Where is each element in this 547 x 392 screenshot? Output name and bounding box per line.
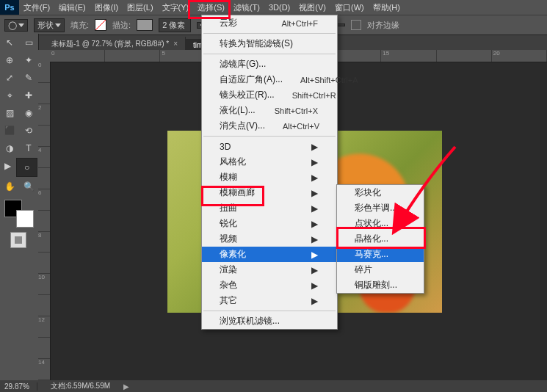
filter-video[interactable]: 视频▶ bbox=[202, 231, 337, 247]
menu-image[interactable]: 图像(I) bbox=[90, 0, 123, 15]
filter-blur[interactable]: 模糊▶ bbox=[202, 170, 337, 185]
tab-untitled[interactable]: 未标题-1 @ 72.7% (背景, RGB/8#) *× bbox=[44, 37, 186, 51]
tool-dodge[interactable]: ◑ bbox=[1, 140, 18, 156]
status-bar: 29.87% 文档:6.59M/6.59M ▶ bbox=[0, 380, 547, 392]
ruler-corner bbox=[38, 50, 51, 62]
pixelate-submenu: 彩块化 彩色半调... 点状化... 晶格化... 马赛克... 碎片 铜版雕刻… bbox=[336, 184, 424, 294]
filter-sharpen[interactable]: 锐化▶ bbox=[202, 216, 337, 231]
stroke-width[interactable]: 2 像素 bbox=[159, 18, 191, 32]
menu-window[interactable]: 窗口(W) bbox=[330, 0, 369, 15]
align-edges-label: 对齐边缘 bbox=[367, 20, 399, 31]
filter-3d[interactable]: 3D▶ bbox=[202, 139, 337, 154]
filter-lens-correction[interactable]: 镜头校正(R)...Shift+Ctrl+R bbox=[202, 87, 337, 103]
menu-layer[interactable]: 图层(L) bbox=[123, 0, 157, 15]
shape-mode[interactable]: 形状 bbox=[34, 18, 65, 32]
tool-heal[interactable]: ⌖ bbox=[1, 87, 18, 104]
filter-vanishing-point[interactable]: 消失点(V)...Alt+Ctrl+V bbox=[202, 118, 337, 134]
filter-browse-online[interactable]: 浏览联机滤镜... bbox=[202, 313, 337, 329]
stroke-label: 描边: bbox=[112, 20, 131, 31]
pixelate-pointillize[interactable]: 点状化... bbox=[337, 216, 424, 231]
doc-size: 文档:6.59M/6.59M bbox=[51, 381, 110, 391]
menu-filter[interactable]: 滤镜(T) bbox=[229, 0, 264, 15]
filter-gallery[interactable]: 滤镜库(G)... bbox=[202, 57, 337, 72]
tool-brush[interactable]: ✚ bbox=[20, 87, 37, 104]
ruler-vertical: 02468101214 bbox=[38, 62, 51, 380]
quick-mask-icon[interactable] bbox=[10, 232, 26, 248]
menu-file[interactable]: 文件(F) bbox=[19, 0, 54, 15]
menu-help[interactable]: 帮助(H) bbox=[369, 0, 405, 15]
tool-crop[interactable]: ⤢ bbox=[1, 70, 18, 86]
stroke-swatch[interactable] bbox=[137, 19, 153, 31]
background-color[interactable] bbox=[16, 210, 34, 228]
tool-path[interactable]: ▶ bbox=[1, 158, 15, 174]
filter-liquify[interactable]: 液化(L)...Shift+Ctrl+X bbox=[202, 103, 337, 118]
filter-blur-gallery[interactable]: 模糊画廊▶ bbox=[202, 185, 337, 200]
filter-menu: 云彩Alt+Ctrl+F 转换为智能滤镜(S) 滤镜库(G)... 自适应广角(… bbox=[201, 15, 338, 330]
filter-adaptive-wide[interactable]: 自适应广角(A)...Alt+Shift+Ctrl+A bbox=[202, 72, 337, 87]
tool-type[interactable]: T bbox=[20, 140, 37, 156]
menu-3d[interactable]: 3D(D) bbox=[264, 0, 294, 15]
tool-lasso[interactable]: ⊕ bbox=[1, 52, 18, 68]
pixelate-mezzotint[interactable]: 铜版雕刻... bbox=[337, 277, 424, 293]
menu-type[interactable]: 文字(Y) bbox=[158, 0, 194, 15]
tool-stamp[interactable]: ▨ bbox=[1, 105, 18, 121]
filter-stylize[interactable]: 风格化▶ bbox=[202, 154, 337, 170]
tool-wand[interactable]: ✦ bbox=[20, 52, 37, 68]
filter-render[interactable]: 渲染▶ bbox=[202, 262, 337, 277]
pixelate-facet[interactable]: 彩块化 bbox=[337, 185, 424, 200]
filter-pixelate[interactable]: 像素化▶ bbox=[202, 247, 337, 262]
menubar: Ps 文件(F) 编辑(E) 图像(I) 图层(L) 文字(Y) 选择(S) 滤… bbox=[0, 0, 547, 15]
pixelate-fragment[interactable]: 碎片 bbox=[337, 262, 424, 277]
tool-gradient[interactable]: ⟲ bbox=[20, 123, 37, 139]
menu-select[interactable]: 选择(S) bbox=[193, 0, 229, 15]
tool-eraser[interactable]: ⬛ bbox=[1, 123, 18, 139]
photoshop-window: { "menubar": { "items": ["文件(F)","编辑(E)"… bbox=[0, 0, 547, 392]
filter-convert-smart[interactable]: 转换为智能滤镜(S) bbox=[202, 36, 337, 51]
ps-logo: Ps bbox=[0, 0, 19, 15]
fill-label: 填充: bbox=[70, 20, 89, 31]
color-swatches bbox=[4, 200, 34, 228]
menu-view[interactable]: 视图(V) bbox=[294, 0, 330, 15]
toolbox: ↖▭ ⊕✦ ⤢✎ ⌖✚ ▨◉ ⬛⟲ ◑T ▶○ ✋🔍 bbox=[0, 34, 39, 392]
tool-move[interactable]: ↖ bbox=[1, 35, 18, 51]
filter-noise[interactable]: 杂色▶ bbox=[202, 277, 337, 293]
tool-eyedropper[interactable]: ✎ bbox=[20, 70, 37, 86]
align-edges-checkbox[interactable] bbox=[351, 20, 361, 30]
pixelate-mosaic[interactable]: 马赛克... bbox=[337, 247, 424, 262]
menu-edit[interactable]: 编辑(E) bbox=[54, 0, 90, 15]
tool-marquee[interactable]: ▭ bbox=[20, 35, 37, 51]
filter-distort[interactable]: 扭曲▶ bbox=[202, 200, 337, 216]
close-icon[interactable]: × bbox=[173, 40, 178, 48]
pixelate-color-halftone[interactable]: 彩色半调... bbox=[337, 200, 424, 216]
fill-swatch[interactable] bbox=[95, 19, 106, 31]
tool-history-brush[interactable]: ◉ bbox=[20, 105, 37, 121]
tool-ellipse[interactable]: ○ bbox=[16, 158, 37, 177]
filter-last[interactable]: 云彩Alt+Ctrl+F bbox=[202, 15, 337, 31]
pixelate-crystallize[interactable]: 晶格化... bbox=[337, 231, 424, 247]
chevron-right-icon[interactable]: ▶ bbox=[123, 382, 129, 391]
tool-preset[interactable]: ◯ bbox=[4, 19, 28, 32]
filter-other[interactable]: 其它▶ bbox=[202, 293, 337, 308]
tool-hand[interactable]: ✋ bbox=[1, 178, 18, 195]
zoom-level[interactable]: 29.87% bbox=[4, 382, 37, 391]
tool-zoom[interactable]: 🔍 bbox=[20, 178, 37, 195]
